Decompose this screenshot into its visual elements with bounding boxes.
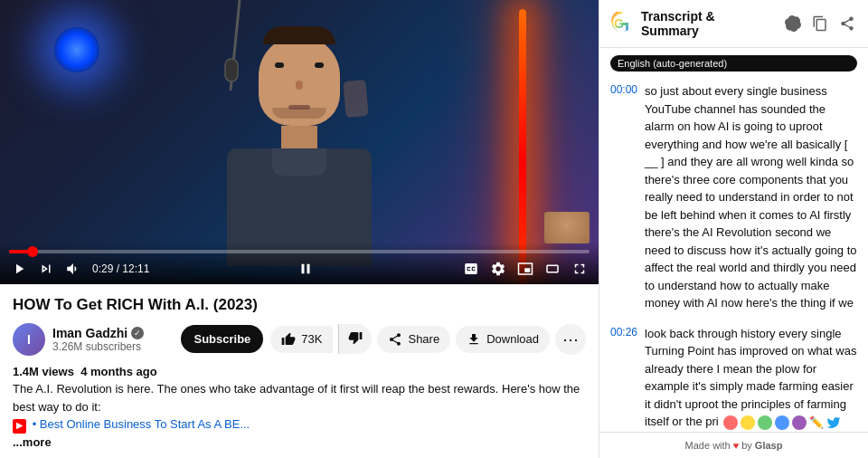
video-title: HOW To Get RICH With A.I. (2023) [13,295,586,315]
made-with-row: Made with ♥ by Glasp [610,440,857,451]
made-with-text: Made with [685,440,731,451]
desc-link[interactable]: • Best Online Business To Start As A BE.… [33,417,250,431]
language-badge: English (auto-generated) [610,55,857,72]
transcript-header: G Transcript & Summary [599,0,868,48]
svg-rect-1 [225,59,238,81]
volume-button[interactable] [63,259,83,279]
left-panel: 0:29 / 12:11 [0,0,599,458]
download-label: Download [486,332,539,346]
transcript-title: Transcript & Summary [641,9,776,38]
action-buttons: 73K Share Download ⋯ [270,324,586,355]
video-controls: 0:29 / 12:11 [0,243,599,284]
transcript-panel: G Transcript & Summary English (auto-gen… [599,0,868,458]
channel-name[interactable]: Iman Gadzhi [52,326,127,340]
progress-dot [27,246,38,257]
glasp-logo: G [610,12,634,35]
share-label: Share [408,332,439,346]
transcript-footer: Made with ♥ by Glasp [599,432,868,458]
subscriber-count: 3.26M subscribers [52,340,174,353]
video-meta-row: I Iman Gadzhi ✓ 3.26M subscribers Subscr… [13,323,586,356]
more-options-button[interactable]: ⋯ [555,324,586,355]
copy-button[interactable] [810,14,830,33]
transcript-text-2: look back through history every single T… [645,325,857,433]
desc-youtube-icon: ▶ [13,419,26,434]
channel-info: Iman Gadzhi ✓ 3.26M subscribers [52,326,174,353]
download-button[interactable]: Download [456,326,550,353]
video-description: 1.4M views 4 months ago The A.I. Revolut… [13,363,586,452]
transcript-content[interactable]: 00:00 so just about every single busines… [599,79,868,432]
transcript-entry-1: 00:00 so just about every single busines… [610,82,857,312]
transcript-entry-2: 00:26 look back through history every si… [610,325,857,433]
timestamp-2[interactable]: 00:26 [610,325,637,433]
controls-row: 0:29 / 12:11 [9,259,590,279]
openai-button[interactable] [783,14,803,33]
progress-bar[interactable] [9,250,590,253]
pencil-emoji: ✏️ [809,414,824,432]
by-text: by [741,440,752,451]
like-count: 73K [301,332,322,346]
video-thumbnail [0,0,599,284]
share-button[interactable]: Share [377,326,450,353]
subscribe-button[interactable]: Subscribe [181,325,263,353]
timestamp-1[interactable]: 00:00 [610,82,637,312]
theater-button[interactable] [542,259,562,279]
play-button[interactable] [9,259,29,279]
settings-button[interactable] [488,259,508,279]
twitter-icon [826,415,841,430]
time-display: 0:29 / 12:11 [92,262,149,275]
emoji-purple [792,415,807,430]
upload-date: 4 months ago [80,365,157,378]
person-neck [281,126,317,148]
channel-thumbnail-corner [544,212,590,243]
verified-badge: ✓ [131,327,144,339]
microphone-arm [212,0,267,112]
dislike-button[interactable] [338,324,372,354]
emoji-row-inline: ✏️ [723,414,841,432]
transcript-text-1: so just about every single business YouT… [645,82,857,312]
next-button[interactable] [36,259,56,279]
like-button[interactable]: 73K [270,326,333,353]
video-player[interactable]: 0:29 / 12:11 [0,0,599,284]
heart-icon: ♥ [733,440,740,451]
header-icons [783,14,857,33]
more-link[interactable]: ...more [13,435,52,449]
share-transcript-button[interactable] [837,14,857,33]
channel-name-row: Iman Gadzhi ✓ [52,326,174,340]
emoji-green [758,415,772,430]
glasp-brand-link[interactable]: Glasp [755,440,783,451]
view-count: 1.4M views [13,365,74,378]
emoji-yellow [741,415,755,430]
views-date: 1.4M views 4 months ago [13,365,157,378]
emoji-blue [775,415,789,430]
svg-text:G: G [614,16,624,31]
description-text: The A.I. Revolution is here. The ones wh… [13,382,580,414]
channel-avatar[interactable]: I [13,323,45,356]
emoji-red [723,415,738,430]
fullscreen-button[interactable] [570,259,590,279]
person-head [259,35,340,126]
video-info: HOW To Get RICH With A.I. (2023) I Iman … [0,284,599,458]
progress-fill [9,250,33,253]
captions-button[interactable] [461,259,481,279]
miniplayer-button[interactable] [515,259,535,279]
blue-light-effect [54,27,99,72]
pause-button[interactable] [296,259,316,279]
